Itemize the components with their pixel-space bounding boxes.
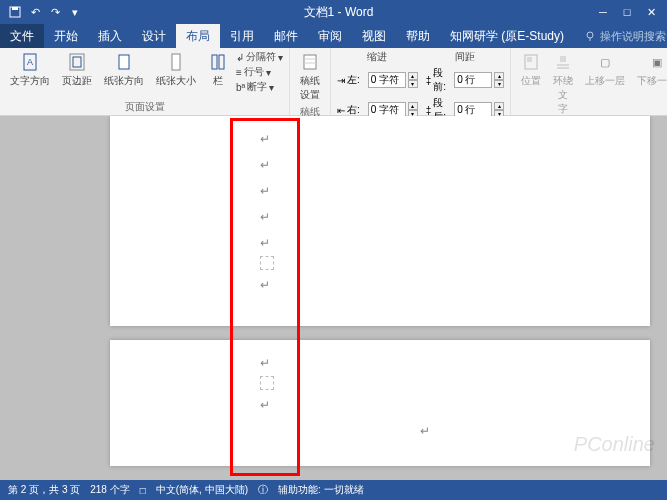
- position-button[interactable]: 位置: [517, 50, 545, 90]
- paragraph-mark: ↵: [260, 230, 630, 256]
- hyphenation-button[interactable]: bª断字 ▾: [236, 80, 283, 94]
- tab-file[interactable]: 文件: [0, 24, 44, 48]
- page-2[interactable]: ↵ ↵ ↵: [110, 340, 650, 466]
- tell-me-search[interactable]: 操作说明搜索: [584, 24, 666, 48]
- send-backward-button[interactable]: ▣ 下移一层: [633, 50, 667, 90]
- undo-icon[interactable]: ↶: [28, 5, 42, 19]
- group-gaozhi: 稿纸 设置 稿纸: [290, 48, 331, 115]
- space-before-icon: ‡: [426, 75, 432, 86]
- svg-rect-9: [172, 54, 180, 70]
- redo-icon[interactable]: ↷: [48, 5, 62, 19]
- qat-more-icon[interactable]: ▾: [68, 5, 82, 19]
- space-before-input[interactable]: [454, 72, 492, 88]
- forward-icon: ▢: [595, 52, 615, 72]
- svg-rect-10: [212, 55, 217, 69]
- size-button[interactable]: 纸张大小: [152, 50, 200, 90]
- text-direction-label: 文字方向: [10, 74, 50, 88]
- columns-icon: [208, 52, 228, 72]
- margins-icon: [67, 52, 87, 72]
- position-label: 位置: [521, 74, 541, 88]
- svg-point-2: [587, 32, 593, 38]
- indent-left-up[interactable]: ▴: [408, 72, 418, 80]
- tab-layout[interactable]: 布局: [176, 24, 220, 48]
- margins-button[interactable]: 页边距: [58, 50, 96, 90]
- status-accessibility[interactable]: 辅助功能: 一切就绪: [278, 483, 364, 497]
- tab-design[interactable]: 设计: [132, 24, 176, 48]
- paragraph-mark: ↵: [260, 392, 630, 418]
- window-title: 文档1 - Word: [90, 4, 587, 21]
- tab-estudy[interactable]: 知网研学 (原E-Study): [440, 24, 574, 48]
- indent-left-icon: ⇥: [337, 75, 345, 86]
- bring-forward-button[interactable]: ▢ 上移一层: [581, 50, 629, 90]
- space-before-down[interactable]: ▾: [494, 80, 504, 88]
- wrap-button[interactable]: 环绕文 字: [549, 50, 577, 118]
- space-after-up[interactable]: ▴: [494, 102, 504, 110]
- orientation-label: 纸张方向: [104, 74, 144, 88]
- tab-mailings[interactable]: 邮件: [264, 24, 308, 48]
- space-before-label: 段前:: [433, 66, 446, 94]
- wrap-label: 环绕文 字: [553, 74, 573, 116]
- indent-left-row: ⇥ 左:: [337, 73, 360, 87]
- ribbon: A 文字方向 页边距 纸张方向 纸张大小 栏 ↲分隔符 ▾ ≡行号 ▾: [0, 48, 667, 116]
- svg-rect-6: [70, 54, 84, 70]
- text-direction-icon: A: [20, 52, 40, 72]
- quick-access-toolbar: ↶ ↷ ▾: [0, 5, 90, 19]
- section-mark: [260, 376, 274, 390]
- line-numbers-button[interactable]: ≡行号 ▾: [236, 65, 283, 79]
- orientation-button[interactable]: 纸张方向: [100, 50, 148, 90]
- tab-home[interactable]: 开始: [44, 24, 88, 48]
- space-after-icon: ‡: [426, 105, 432, 116]
- gaozhi-button[interactable]: 稿纸 设置: [296, 50, 324, 104]
- status-pages[interactable]: 第 2 页，共 3 页: [8, 483, 80, 497]
- paragraph-mark: ↵: [260, 178, 630, 204]
- breaks-label: 分隔符: [246, 50, 276, 64]
- indent-left-input[interactable]: [368, 72, 406, 88]
- lightbulb-icon: [584, 30, 596, 42]
- indent-header: 缩进: [337, 50, 418, 64]
- group-paragraph: 缩进 间距 ⇥ 左: ▴▾ ‡ 段前: ▴▾: [331, 48, 511, 115]
- svg-rect-16: [527, 57, 532, 62]
- svg-text:A: A: [27, 57, 33, 67]
- page-1[interactable]: ↵ ↵ ↵ ↵ ↵ ↵: [110, 116, 650, 326]
- linenum-icon: ≡: [236, 67, 242, 78]
- tab-review[interactable]: 审阅: [308, 24, 352, 48]
- group-page-setup: A 文字方向 页边距 纸张方向 纸张大小 栏 ↲分隔符 ▾ ≡行号 ▾: [0, 48, 290, 115]
- space-before-row: ‡ 段前:: [426, 66, 446, 94]
- section-mark: [260, 256, 274, 270]
- indent-left-label: 左:: [347, 73, 360, 87]
- save-icon[interactable]: [8, 5, 22, 19]
- svg-rect-8: [119, 55, 129, 69]
- columns-button[interactable]: 栏: [204, 50, 232, 90]
- backward-label: 下移一层: [637, 74, 667, 88]
- tab-view[interactable]: 视图: [352, 24, 396, 48]
- maximize-button[interactable]: □: [617, 6, 637, 19]
- svg-rect-11: [219, 55, 224, 69]
- indent-right-label: 右:: [347, 103, 360, 117]
- backward-icon: ▣: [647, 52, 667, 72]
- document-workspace[interactable]: ↵ ↵ ↵ ↵ ↵ ↵ ↵ ↵ ↵ PConline: [0, 116, 667, 480]
- status-language[interactable]: 中文(简体, 中国大陆): [156, 483, 248, 497]
- indent-left-down[interactable]: ▾: [408, 80, 418, 88]
- title-bar: ↶ ↷ ▾ 文档1 - Word ─ □ ✕: [0, 0, 667, 24]
- hyphen-icon: bª: [236, 82, 245, 93]
- breaks-button[interactable]: ↲分隔符 ▾: [236, 50, 283, 64]
- minimize-button[interactable]: ─: [593, 6, 613, 19]
- tab-insert[interactable]: 插入: [88, 24, 132, 48]
- tab-references[interactable]: 引用: [220, 24, 264, 48]
- space-before-up[interactable]: ▴: [494, 72, 504, 80]
- forward-label: 上移一层: [585, 74, 625, 88]
- svg-rect-17: [560, 56, 566, 62]
- text-direction-button[interactable]: A 文字方向: [6, 50, 54, 90]
- ribbon-tabs: 文件 开始 插入 设计 布局 引用 邮件 审阅 视图 帮助 知网研学 (原E-S…: [0, 24, 667, 48]
- close-button[interactable]: ✕: [641, 6, 661, 19]
- linenum-label: 行号: [244, 65, 264, 79]
- status-words[interactable]: 218 个字: [90, 483, 129, 497]
- group-arrange: 位置 环绕文 字 ▢ 上移一层 ▣ 下移一层 选择窗格 ⊞ 对齐 ▾ ◫ 组合 …: [511, 48, 667, 115]
- breaks-icon: ↲: [236, 52, 244, 63]
- tell-me-label: 操作说明搜索: [600, 29, 666, 44]
- orientation-icon: [114, 52, 134, 72]
- gaozhi-label: 稿纸 设置: [300, 74, 320, 102]
- paragraph-mark: ↵: [260, 272, 630, 298]
- indent-right-up[interactable]: ▴: [408, 102, 418, 110]
- tab-help[interactable]: 帮助: [396, 24, 440, 48]
